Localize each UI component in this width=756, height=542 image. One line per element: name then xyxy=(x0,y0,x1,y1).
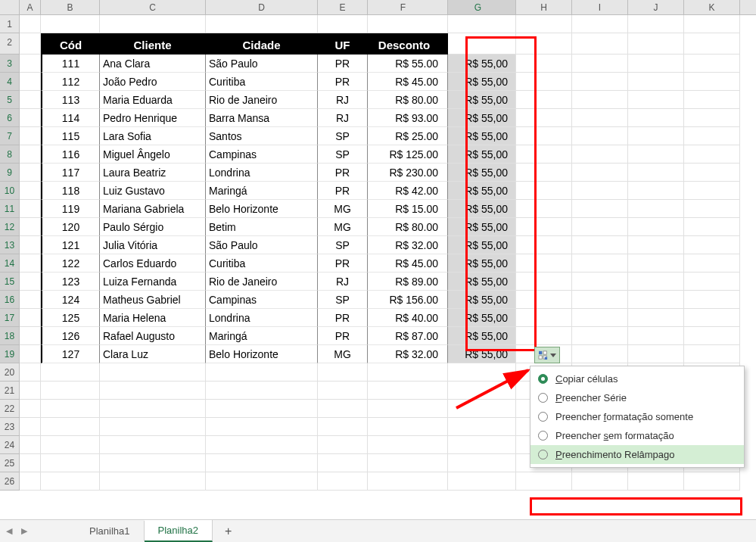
cell-cliente-3[interactable]: Ana Clara xyxy=(100,55,206,73)
cell-1-J[interactable] xyxy=(628,15,684,33)
cell-21-D[interactable] xyxy=(206,382,318,400)
cell-cidade-13[interactable]: São Paulo xyxy=(206,236,318,254)
cell-cliente-8[interactable]: Miguel Ângelo xyxy=(100,145,206,164)
cell-g-11[interactable]: R$ 55,00 xyxy=(448,200,516,218)
cell-22-E[interactable] xyxy=(318,400,368,418)
cell-cod-16[interactable]: 124 xyxy=(41,291,100,309)
cell-desconto-13[interactable]: R$ 32.00 xyxy=(368,236,448,254)
cell-13-A[interactable] xyxy=(20,236,41,254)
cell-cliente-14[interactable]: Carlos Eduardo xyxy=(100,254,206,273)
cell-22-C[interactable] xyxy=(100,400,206,418)
cell-cidade-7[interactable]: Santos xyxy=(206,127,318,145)
row-header-11[interactable]: 11 xyxy=(0,200,20,218)
cell-12-H[interactable] xyxy=(516,218,572,236)
cell-desconto-5[interactable]: R$ 80.00 xyxy=(368,91,448,109)
row-header-20[interactable]: 20 xyxy=(0,363,20,382)
cell-uf-17[interactable]: PR xyxy=(318,309,368,327)
cell-8-H[interactable] xyxy=(516,145,572,164)
col-header-K[interactable]: K xyxy=(684,0,740,14)
autofill-options-button[interactable] xyxy=(534,347,560,363)
cell-21-E[interactable] xyxy=(318,382,368,400)
cell-g-9[interactable]: R$ 55,00 xyxy=(448,164,516,182)
row-header-2[interactable]: 2 xyxy=(0,33,20,55)
cell-uf-18[interactable]: PR xyxy=(318,327,368,345)
cell-g-13[interactable]: R$ 55,00 xyxy=(448,236,516,254)
cell-2-J[interactable] xyxy=(628,33,684,55)
cell-26-B[interactable] xyxy=(41,472,100,491)
cell-desconto-14[interactable]: R$ 45.00 xyxy=(368,254,448,273)
cell-10-K[interactable] xyxy=(684,182,740,200)
cell-cliente-13[interactable]: Julia Vitória xyxy=(100,236,206,254)
cell-desconto-7[interactable]: R$ 25.00 xyxy=(368,127,448,145)
cell-2-G[interactable] xyxy=(448,33,516,55)
cell-1-C[interactable] xyxy=(100,15,206,33)
cell-13-K[interactable] xyxy=(684,236,740,254)
cell-24-B[interactable] xyxy=(41,436,100,454)
cell-cliente-11[interactable]: Mariana Gabriela xyxy=(100,200,206,218)
cell-2-A[interactable] xyxy=(20,33,41,55)
cell-g-4[interactable]: R$ 55,00 xyxy=(448,73,516,91)
cell-25-E[interactable] xyxy=(318,454,368,472)
cell-g-16[interactable]: R$ 55,00 xyxy=(448,291,516,309)
cell-cliente-10[interactable]: Luiz Gustavo xyxy=(100,182,206,200)
cell-cliente-4[interactable]: João Pedro xyxy=(100,73,206,91)
cell-20-E[interactable] xyxy=(318,363,368,382)
cell-uf-7[interactable]: SP xyxy=(318,127,368,145)
cell-23-C[interactable] xyxy=(100,418,206,436)
row-header-7[interactable]: 7 xyxy=(0,127,20,145)
cell-24-A[interactable] xyxy=(20,436,41,454)
autofill-option-4[interactable]: Preenchimento Relâmpago xyxy=(530,445,744,464)
cell-8-I[interactable] xyxy=(572,145,628,164)
row-header-25[interactable]: 25 xyxy=(0,454,20,472)
cell-5-H[interactable] xyxy=(516,91,572,109)
row-header-19[interactable]: 19 xyxy=(0,345,20,363)
cell-1-F[interactable] xyxy=(368,15,448,33)
cell-desconto-16[interactable]: R$ 156.00 xyxy=(368,291,448,309)
cell-12-A[interactable] xyxy=(20,218,41,236)
cell-cod-9[interactable]: 117 xyxy=(41,164,100,182)
cell-1-H[interactable] xyxy=(516,15,572,33)
cell-7-K[interactable] xyxy=(684,127,740,145)
cell-cliente-16[interactable]: Matheus Gabriel xyxy=(100,291,206,309)
cell-cod-7[interactable]: 115 xyxy=(41,127,100,145)
row-header-5[interactable]: 5 xyxy=(0,91,20,109)
cell-cidade-11[interactable]: Belo Horizonte xyxy=(206,200,318,218)
cell-uf-10[interactable]: PR xyxy=(318,182,368,200)
autofill-option-2[interactable]: Preencher formatação somente xyxy=(530,407,744,426)
cell-uf-9[interactable]: PR xyxy=(318,164,368,182)
cell-11-H[interactable] xyxy=(516,200,572,218)
col-header-F[interactable]: F xyxy=(368,0,448,14)
cell-cod-17[interactable]: 125 xyxy=(41,309,100,327)
cell-11-J[interactable] xyxy=(628,200,684,218)
cell-5-A[interactable] xyxy=(20,91,41,109)
cell-10-I[interactable] xyxy=(572,182,628,200)
cell-desconto-18[interactable]: R$ 87.00 xyxy=(368,327,448,345)
autofill-option-1[interactable]: Preencher Série xyxy=(530,388,744,407)
cell-g-14[interactable]: R$ 55,00 xyxy=(448,254,516,273)
cell-26-J[interactable] xyxy=(628,472,684,491)
cell-5-K[interactable] xyxy=(684,91,740,109)
cell-cliente-12[interactable]: Paulo Sérgio xyxy=(100,218,206,236)
cell-15-K[interactable] xyxy=(684,273,740,291)
cell-26-E[interactable] xyxy=(318,472,368,491)
cell-cod-8[interactable]: 116 xyxy=(41,145,100,164)
cell-cod-4[interactable]: 112 xyxy=(41,73,100,91)
cell-22-D[interactable] xyxy=(206,400,318,418)
cell-25-G[interactable] xyxy=(448,454,516,472)
cell-3-K[interactable] xyxy=(684,55,740,73)
cell-7-H[interactable] xyxy=(516,127,572,145)
cell-cod-15[interactable]: 123 xyxy=(41,273,100,291)
cell-15-I[interactable] xyxy=(572,273,628,291)
cell-13-H[interactable] xyxy=(516,236,572,254)
cell-25-B[interactable] xyxy=(41,454,100,472)
cell-1-E[interactable] xyxy=(318,15,368,33)
cell-18-I[interactable] xyxy=(572,327,628,345)
cell-15-J[interactable] xyxy=(628,273,684,291)
cell-1-D[interactable] xyxy=(206,15,318,33)
cell-22-A[interactable] xyxy=(20,400,41,418)
cell-3-I[interactable] xyxy=(572,55,628,73)
cell-cod-18[interactable]: 126 xyxy=(41,327,100,345)
cell-cidade-18[interactable]: Maringá xyxy=(206,327,318,345)
cell-cidade-19[interactable]: Belo Horizonte xyxy=(206,345,318,363)
cell-cod-14[interactable]: 122 xyxy=(41,254,100,273)
